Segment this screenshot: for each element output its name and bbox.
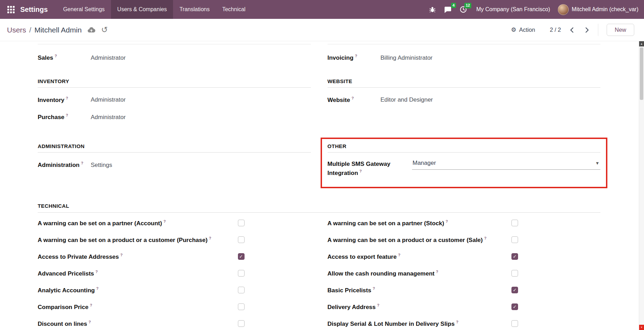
checkbox-delivery-address[interactable]	[511, 303, 518, 310]
technical-row: A warning can be set on a product or a c…	[38, 232, 311, 248]
help-icon[interactable]: ?	[398, 253, 400, 257]
save-cloud-icon[interactable]	[87, 26, 96, 34]
help-icon[interactable]: ?	[81, 161, 83, 165]
breadcrumb-separator: /	[29, 26, 31, 34]
form-field-row: Website?Editor and Designer	[328, 96, 601, 104]
menu-item-users-companies[interactable]: Users & Companies	[111, 0, 173, 19]
help-icon[interactable]: ?	[209, 236, 211, 240]
technical-column-right: A warning can be set on a partner (Stock…	[328, 215, 601, 330]
help-icon[interactable]: ?	[377, 303, 380, 307]
help-icon[interactable]: ?	[89, 320, 91, 324]
field-value[interactable]: Administrator	[91, 96, 126, 103]
technical-section: TECHNICAL A warning can be set on a part…	[38, 203, 600, 330]
help-icon[interactable]: ?	[351, 96, 354, 100]
checkbox-a-warning-can-be-set-on-a-partner-account[interactable]	[238, 220, 245, 226]
help-icon[interactable]: ?	[484, 236, 487, 240]
checkbox-basic-pricelists[interactable]	[511, 287, 518, 293]
app-name[interactable]: Settings	[20, 6, 48, 14]
checkbox-access-to-private-addresses[interactable]	[238, 253, 245, 260]
help-icon[interactable]: ?	[96, 286, 99, 291]
help-icon[interactable]: ?	[54, 54, 57, 58]
apps-menu-icon[interactable]	[3, 0, 18, 19]
form-field-row: Inventory?Administrator	[38, 96, 311, 104]
help-icon[interactable]: ?	[163, 219, 166, 223]
checkbox-display-serial-lot-number-in-delivery-slips[interactable]	[511, 320, 518, 327]
scroll-up-icon[interactable]: ▲	[639, 41, 644, 46]
form-field-row: Sales?Administrator	[38, 54, 311, 61]
pager-previous-button[interactable]	[570, 27, 574, 33]
checkbox-allow-the-cash-rounding-management[interactable]	[511, 270, 518, 277]
form-field-row: Administration?Settings	[38, 161, 311, 169]
discard-refresh-icon[interactable]: ↺	[101, 26, 108, 34]
menu-item-translations[interactable]: Translations	[173, 0, 216, 19]
user-menu[interactable]: Mitchell Admin (check_var)	[558, 4, 638, 15]
technical-row: Comparison Price?	[38, 299, 311, 315]
help-icon[interactable]: ?	[66, 113, 68, 117]
user-name: Mitchell Admin (check_var)	[572, 6, 638, 13]
debug-icon[interactable]	[429, 6, 436, 13]
form-field-row: Purchase?Administrator	[38, 113, 311, 121]
help-icon[interactable]: ?	[373, 286, 375, 291]
help-icon[interactable]: ?	[66, 96, 68, 100]
help-icon[interactable]: ?	[359, 169, 362, 173]
breadcrumb-current: Mitchell Admin	[35, 26, 82, 34]
technical-row: Discount on lines?	[38, 315, 311, 330]
field-value[interactable]: Administrator	[91, 54, 126, 61]
field-value[interactable]: Settings	[91, 162, 112, 169]
help-icon[interactable]: ?	[436, 270, 438, 274]
field-dropdown-multiple-sms-gateway-integration[interactable]: Manager▾	[412, 160, 601, 170]
menu-item-general-settings[interactable]: General Settings	[57, 0, 111, 19]
checkbox-discount-on-lines[interactable]	[238, 320, 245, 327]
technical-row: Basic Pricelists?	[328, 282, 601, 299]
help-icon[interactable]: ?	[456, 320, 458, 324]
checkbox-advanced-pricelists[interactable]	[238, 270, 245, 277]
technical-row: A warning can be set on a partner (Stock…	[328, 215, 601, 232]
technical-row: A warning can be set on a product or a c…	[328, 232, 601, 248]
technical-field-label: Discount on lines?	[38, 320, 91, 328]
checkbox-a-warning-can-be-set-on-a-product-or-a-customer-sale[interactable]	[511, 236, 518, 243]
form-group: Invoicing?Billing Administrator	[328, 44, 601, 66]
form-section-administration: ADMINISTRATIONAdministration?Settings	[38, 143, 311, 188]
new-button[interactable]: New	[607, 24, 634, 36]
field-label-purchase: Purchase?	[38, 113, 91, 121]
section-title-inventory: INVENTORY	[38, 78, 311, 84]
field-label-sales: Sales?	[38, 54, 91, 61]
checkbox-access-to-export-feature[interactable]	[511, 253, 518, 260]
field-value: Manager	[413, 160, 436, 166]
checkbox-analytic-accounting[interactable]	[238, 287, 245, 293]
scroll-down-icon[interactable]: ▼	[639, 325, 644, 330]
help-icon[interactable]: ?	[355, 54, 357, 58]
technical-field-label: Advanced Pricelists?	[38, 270, 98, 277]
company-switcher[interactable]: My Company (San Francisco)	[476, 6, 550, 13]
form-section-inventory: INVENTORYInventory?AdministratorPurchase…	[38, 78, 311, 131]
checkbox-a-warning-can-be-set-on-a-partner-stock[interactable]	[511, 220, 518, 226]
form-field-row: Multiple SMS Gateway Integration?Manager…	[328, 160, 601, 178]
field-value[interactable]: Administrator	[91, 114, 126, 121]
action-label: Action	[519, 27, 535, 33]
scrollbar[interactable]: ▲ ▼	[639, 41, 644, 330]
checkbox-a-warning-can-be-set-on-a-product-or-a-customer-purchase[interactable]	[238, 236, 245, 243]
pager-next-button[interactable]	[585, 27, 589, 33]
section-title-website: WEBSITE	[328, 78, 601, 84]
scrollbar-thumb[interactable]	[640, 47, 643, 100]
checkbox-comparison-price[interactable]	[238, 303, 245, 310]
menu-item-technical[interactable]: Technical	[216, 0, 252, 19]
help-icon[interactable]: ?	[120, 253, 123, 257]
breadcrumb: Users / Mitchell Admin	[7, 26, 82, 34]
messages-badge: 4	[451, 3, 456, 8]
help-icon[interactable]: ?	[96, 270, 98, 274]
technical-field-label: Access to Private Addresses?	[38, 253, 123, 261]
technical-column-left: A warning can be set on a partner (Accou…	[38, 215, 311, 330]
help-icon[interactable]: ?	[445, 219, 448, 223]
technical-row: Allow the cash rounding management?	[328, 265, 601, 282]
field-value[interactable]: Editor and Designer	[381, 96, 433, 103]
messages-icon[interactable]: 4	[444, 6, 452, 14]
field-value[interactable]: Billing Administrator	[381, 54, 433, 61]
action-menu-button[interactable]: ⚙ Action	[511, 26, 535, 34]
field-label-multiple-sms-gateway-integration: Multiple SMS Gateway Integration?	[328, 160, 412, 178]
grid-icon	[7, 5, 15, 14]
help-icon[interactable]: ?	[90, 303, 92, 307]
activities-clock-icon[interactable]: 12	[459, 6, 467, 13]
breadcrumb-parent-link[interactable]: Users	[7, 26, 26, 34]
form-field-row: Invoicing?Billing Administrator	[328, 54, 601, 61]
